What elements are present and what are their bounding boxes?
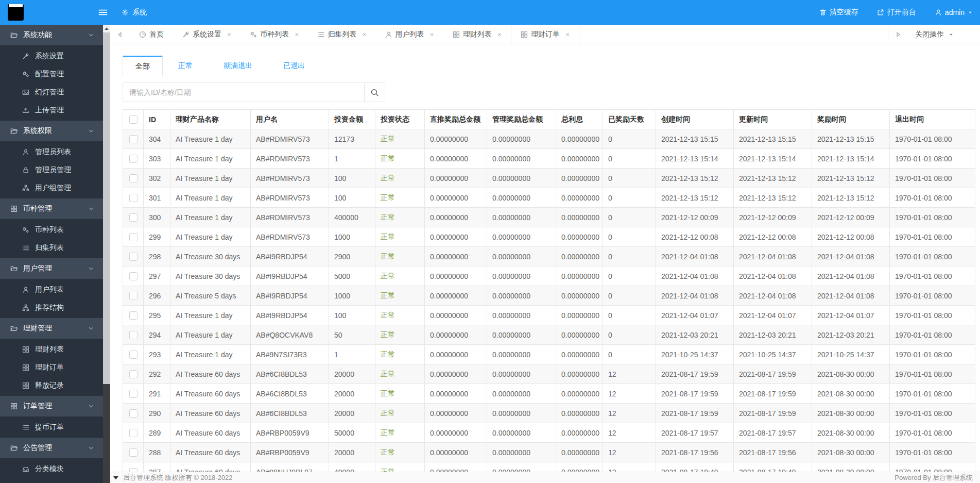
cell-id: 293 bbox=[144, 345, 170, 364]
sidebar-section[interactable]: 理财管理 bbox=[0, 318, 103, 339]
cell-rewarded_days: 12 bbox=[603, 404, 656, 423]
sidebar-section[interactable]: 系统功能 bbox=[0, 25, 103, 45]
cell-exited_at: 1970-01-01 08:00 bbox=[890, 169, 975, 188]
sidebar-item[interactable]: 管理员列表 bbox=[0, 143, 103, 161]
sidebar-item[interactable]: 币种列表 bbox=[0, 221, 103, 239]
row-checkbox[interactable] bbox=[129, 351, 137, 359]
row-checkbox[interactable] bbox=[129, 390, 137, 398]
row-checkbox[interactable] bbox=[129, 429, 137, 437]
tab-item[interactable]: 理财列表× bbox=[443, 25, 511, 44]
tab-item[interactable]: 币种列表× bbox=[240, 25, 308, 44]
topbar-menu-system[interactable]: 系统 bbox=[116, 0, 152, 25]
sidebar-section[interactable]: 系统权限 bbox=[0, 121, 103, 141]
row-checkbox[interactable] bbox=[129, 292, 137, 300]
row-checkbox[interactable] bbox=[129, 311, 137, 320]
sidebar-item[interactable]: 理财订单 bbox=[0, 358, 103, 376]
cell-updated_at: 2021-08-17 19:59 bbox=[734, 364, 812, 384]
cell-rewarded_at: 2021-12-03 20:21 bbox=[812, 325, 890, 345]
close-icon[interactable]: × bbox=[430, 30, 434, 39]
row-checkbox[interactable] bbox=[129, 409, 137, 418]
tab-item[interactable]: 归集列表× bbox=[308, 25, 375, 44]
filter-tab[interactable]: 已退出 bbox=[268, 56, 320, 76]
sidebar-section[interactable]: 订单管理 bbox=[0, 396, 103, 417]
sidebar-item[interactable]: 配置管理 bbox=[0, 65, 103, 83]
user-menu[interactable]: admin bbox=[935, 8, 973, 16]
cell-amount: 1 bbox=[329, 345, 375, 364]
cell-total_interest: 0.00000000 bbox=[556, 247, 603, 267]
close-icon[interactable]: × bbox=[565, 30, 570, 39]
sidebar-item[interactable]: 文章列表 bbox=[0, 478, 103, 483]
row-checkbox[interactable] bbox=[129, 174, 137, 182]
sidebar-item[interactable]: 分类模块 bbox=[0, 460, 103, 478]
sidebar-item-label: 配置管理 bbox=[35, 70, 64, 79]
sidebar-item[interactable]: 释放记录 bbox=[0, 376, 103, 394]
cell-updated_at: 2021-10-25 14:37 bbox=[734, 345, 812, 364]
external-link-icon bbox=[877, 9, 884, 16]
image-icon bbox=[22, 89, 29, 96]
sidebar-item[interactable]: 上传管理 bbox=[0, 101, 103, 119]
tab-item[interactable]: 理财订单× bbox=[511, 25, 579, 44]
select-all-checkbox[interactable] bbox=[129, 115, 137, 124]
cell-username: AB#RDMIRV573 bbox=[251, 129, 329, 149]
filter-tab[interactable]: 期满退出 bbox=[208, 56, 268, 76]
row-checkbox[interactable] bbox=[129, 448, 137, 457]
table-row: 301AI Treasure 1 dayAB#RDMIRV573100正常0.0… bbox=[123, 188, 975, 208]
row-checkbox[interactable] bbox=[129, 272, 137, 280]
sidebar-toggle-button[interactable] bbox=[93, 0, 113, 25]
sidebar-item[interactable]: 管理员管理 bbox=[0, 161, 103, 179]
sidebar-section-children: 币种列表归集列表 bbox=[0, 219, 103, 258]
tab-item[interactable]: 系统设置× bbox=[173, 25, 240, 44]
tabs-scroll-left-button[interactable] bbox=[110, 25, 130, 44]
cell-username: AB#6CI8BDL53 bbox=[251, 384, 329, 404]
cell-total_interest: 0.00000000 bbox=[556, 364, 603, 384]
search-button[interactable] bbox=[365, 82, 385, 102]
sidebar-item[interactable]: 归集列表 bbox=[0, 239, 103, 257]
table-row: 294AI Treasure 1 dayAB#Q8OCVKAV850正常0.00… bbox=[123, 325, 975, 345]
sidebar-item[interactable]: 提币订单 bbox=[0, 418, 103, 436]
row-checkbox[interactable] bbox=[129, 253, 137, 261]
caret-down-icon bbox=[968, 10, 973, 15]
row-checkbox[interactable] bbox=[129, 233, 137, 241]
sitemap-icon bbox=[22, 185, 29, 192]
sidebar-section[interactable]: 用户管理 bbox=[0, 258, 103, 279]
sidebar-item[interactable]: 系统设置 bbox=[0, 47, 103, 65]
column-header: 已奖励天数 bbox=[603, 110, 656, 129]
tab-item[interactable]: 用户列表× bbox=[376, 25, 443, 44]
row-checkbox[interactable] bbox=[129, 331, 137, 339]
page-content: 全部正常期满退出已退出 ID理财产品名称用户名投资金额投资状态直推奖励总金额管理… bbox=[110, 44, 980, 482]
scrollbar-thumb[interactable] bbox=[103, 32, 110, 384]
sidebar-item[interactable]: 推荐结构 bbox=[0, 298, 103, 317]
tabs-scroll-right-button[interactable] bbox=[888, 25, 908, 44]
cell-exited_at: 1970-01-01 08:00 bbox=[890, 325, 975, 345]
clear-cache-button[interactable]: 清空缓存 bbox=[819, 8, 858, 17]
cell-id: 296 bbox=[144, 286, 170, 306]
sidebar-item[interactable]: 幻灯管理 bbox=[0, 83, 103, 101]
open-frontend-button[interactable]: 打开前台 bbox=[877, 8, 916, 17]
footer-collapse-icon[interactable] bbox=[113, 476, 118, 479]
close-icon[interactable]: × bbox=[295, 30, 299, 39]
table-row: 293AI Treasure 1 dayAB#9N7SI73R31正常0.000… bbox=[123, 345, 975, 364]
close-icon[interactable]: × bbox=[227, 30, 231, 39]
row-checkbox[interactable] bbox=[129, 194, 137, 202]
sidebar-item[interactable]: 用户列表 bbox=[0, 280, 103, 298]
sidebar-section[interactable]: 币种管理 bbox=[0, 198, 103, 219]
filter-tab[interactable]: 正常 bbox=[163, 56, 208, 76]
close-icon[interactable]: × bbox=[497, 30, 502, 39]
sidebar-scrollbar bbox=[103, 25, 110, 483]
sidebar-item[interactable]: 理财列表 bbox=[0, 340, 103, 358]
close-operations-dropdown[interactable]: 关闭操作 bbox=[908, 25, 980, 44]
cell-direct_reward_total: 0.00000000 bbox=[425, 286, 487, 306]
search-input[interactable] bbox=[123, 82, 365, 102]
row-checkbox[interactable] bbox=[129, 213, 137, 222]
hamburger-icon bbox=[98, 7, 108, 18]
sidebar-item[interactable]: 用户组管理 bbox=[0, 179, 103, 197]
tab-item[interactable]: 首页 bbox=[130, 25, 173, 44]
scrollbar-up-button[interactable] bbox=[103, 25, 110, 32]
filter-tab[interactable]: 全部 bbox=[123, 56, 163, 76]
row-checkbox[interactable] bbox=[129, 370, 137, 378]
row-checkbox[interactable] bbox=[129, 135, 137, 143]
row-checkbox[interactable] bbox=[129, 155, 137, 163]
sidebar-section[interactable]: 公告管理 bbox=[0, 438, 103, 458]
cell-rewarded_days: 0 bbox=[603, 169, 656, 188]
close-icon[interactable]: × bbox=[362, 30, 366, 39]
